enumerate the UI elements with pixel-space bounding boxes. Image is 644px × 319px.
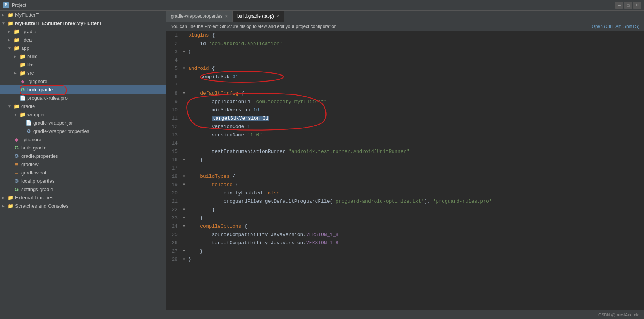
code-content-13[interactable]: versionName "1.0" (187, 131, 644, 139)
sidebar-item-build-gradle[interactable]: Gbuild.gradle (0, 85, 166, 94)
code-content-19[interactable]: release { (187, 181, 644, 189)
fold-icon-3[interactable]: ▼ (181, 48, 187, 56)
sidebar-item-libs[interactable]: 📁libs (0, 60, 166, 69)
fold-icon-19[interactable]: ▼ (181, 181, 187, 189)
code-content-11[interactable]: targetSdkVersion 31 (187, 114, 644, 123)
sidebar-item-idea[interactable]: 📁.idea (0, 35, 166, 44)
code-content-23[interactable]: } (187, 214, 644, 222)
code-content-16[interactable]: } (187, 156, 644, 164)
code-content-26[interactable]: targetCompatibility JavaVersion.VERSION_… (187, 239, 644, 247)
arrow-icon-gradle-hidden[interactable] (8, 29, 13, 34)
arrow-icon-app[interactable] (8, 46, 13, 50)
code-content-15[interactable]: testInstrumentationRunner "androidx.test… (187, 148, 644, 156)
tab-close-gradle-wrapper-tab[interactable]: × (225, 13, 228, 19)
sidebar-item-wrapper[interactable]: 📁wrapper (0, 110, 166, 119)
open-project-structure-link[interactable]: Open (Ctrl+Alt+Shift+S) (592, 24, 639, 29)
arrow-icon-external-libs[interactable] (2, 196, 7, 200)
fold-icon-18[interactable]: ▼ (181, 173, 187, 181)
code-content-2[interactable]: id 'com.android.application' (187, 40, 644, 48)
arrow-icon-src[interactable] (14, 71, 19, 75)
code-content-4[interactable] (187, 56, 644, 65)
sidebar-item-gradle-dir[interactable]: 📁gradle (0, 102, 166, 110)
sidebar-item-gradle-hidden[interactable]: 📁.gradle (0, 27, 166, 35)
code-content-14[interactable] (187, 139, 644, 148)
code-segment (188, 182, 212, 188)
arrow-icon-myfluttert-root[interactable] (2, 13, 7, 17)
fold-button-23[interactable]: ▼ (183, 216, 185, 220)
code-content-20[interactable]: minifyEnabled false (187, 189, 644, 197)
line-number-24: 24 (166, 222, 181, 231)
sidebar-item-gradle-wrapper-props[interactable]: ⚙gradle-wrapper.properties (0, 127, 166, 135)
sidebar-item-myfluttert-root[interactable]: 📁MyFlutterT (0, 11, 166, 19)
fold-button-8[interactable]: ▼ (183, 91, 185, 96)
sidebar-item-gradlew-bat[interactable]: ≡gradlew.bat (0, 168, 166, 177)
sidebar-item-gradle-wrapper-jar[interactable]: 📄gradle-wrapper.jar (0, 119, 166, 127)
code-content-12[interactable]: versionCode 1 (187, 123, 644, 131)
code-content-7[interactable] (187, 81, 644, 89)
fold-button-3[interactable]: ▼ (183, 50, 185, 54)
code-content-22[interactable]: } (187, 206, 644, 214)
sidebar-item-app[interactable]: 📁app (0, 44, 166, 52)
minimize-button[interactable]: ─ (615, 2, 623, 9)
arrow-icon-scratches[interactable] (2, 204, 7, 208)
fold-button-28[interactable]: ▼ (183, 257, 185, 262)
code-content-3[interactable]: } (187, 48, 644, 56)
code-content-6[interactable]: compileSdk 31 (187, 73, 644, 81)
sidebar-item-settings-gradle[interactable]: Gsettings.gradle (0, 185, 166, 193)
sidebar-item-local-properties[interactable]: ⚙local.properties (0, 177, 166, 185)
tab-gradle-wrapper-tab[interactable]: gradle-wrapper.properties× (166, 11, 233, 22)
code-content-9[interactable]: applicationId "com.tecocity.myfluttert" (187, 98, 644, 106)
code-line-8: 8▼ defaultConfig { (166, 89, 644, 98)
code-content-8[interactable]: defaultConfig { (187, 89, 644, 98)
code-content-18[interactable]: buildTypes { (187, 173, 644, 181)
sidebar-item-proguard[interactable]: 📄proguard-rules.pro (0, 94, 166, 102)
title-bar-controls[interactable]: ─ □ ✕ (615, 2, 641, 9)
code-content-10[interactable]: minSdkVersion 16 (187, 106, 644, 114)
arrow-icon-myfluttert-main[interactable] (2, 21, 7, 25)
code-content-21[interactable]: proguardFiles getDefaultProguardFile('pr… (187, 197, 644, 206)
sidebar-item-gitignore-app[interactable]: ◆.gitignore (0, 77, 166, 85)
maximize-button[interactable]: □ (624, 2, 632, 9)
fold-icon-28[interactable]: ▼ (181, 256, 187, 264)
file-icon: 📄 (26, 120, 32, 126)
fold-button-19[interactable]: ▼ (183, 183, 185, 187)
code-content-17[interactable] (187, 164, 644, 173)
code-content-5[interactable]: android { (187, 65, 644, 73)
sidebar-item-gradle-properties[interactable]: ⚙gradle.properties (0, 152, 166, 160)
code-content-1[interactable]: plugins { (187, 31, 644, 40)
arrow-icon-idea[interactable] (8, 38, 13, 42)
code-content-25[interactable]: sourceCompatibility JavaVersion.VERSION_… (187, 231, 644, 239)
fold-icon-16[interactable]: ▼ (181, 156, 187, 164)
fold-button-16[interactable]: ▼ (183, 158, 185, 162)
arrow-icon-wrapper[interactable] (14, 112, 19, 117)
code-content-27[interactable]: } (187, 247, 644, 256)
code-content-24[interactable]: compileOptions { (187, 222, 644, 231)
tab-close-build-gradle-tab[interactable]: × (276, 13, 279, 19)
sidebar-item-myfluttert-main[interactable]: 📁MyFlutterT E:\flutterThree\MyFlutterT (0, 19, 166, 27)
fold-icon-5[interactable]: ▼ (181, 65, 187, 73)
code-editor[interactable]: 1plugins {2 id 'com.android.application'… (166, 31, 644, 264)
sidebar-item-build[interactable]: 📁build (0, 52, 166, 60)
tab-build-gradle-tab[interactable]: build.gradle (:app)× (233, 11, 284, 22)
code-content-28[interactable]: } (187, 256, 644, 264)
fold-icon-27[interactable]: ▼ (181, 247, 187, 256)
line-number-1: 1 (166, 31, 181, 40)
fold-button-22[interactable]: ▼ (183, 208, 185, 212)
arrow-icon-build[interactable] (14, 54, 19, 59)
fold-icon-8[interactable]: ▼ (181, 89, 187, 98)
fold-button-5[interactable]: ▼ (183, 66, 185, 71)
sidebar-item-gradlew[interactable]: ≡gradlew (0, 160, 166, 168)
close-button[interactable]: ✕ (633, 2, 641, 9)
fold-icon-23[interactable]: ▼ (181, 214, 187, 222)
arrow-icon-gradle-dir[interactable] (8, 104, 13, 108)
sidebar-item-build-gradle-root[interactable]: Gbuild.gradle (0, 143, 166, 152)
fold-icon-22[interactable]: ▼ (181, 206, 187, 214)
fold-button-18[interactable]: ▼ (183, 174, 185, 179)
sidebar-item-src[interactable]: 📁src (0, 69, 166, 77)
fold-button-27[interactable]: ▼ (183, 249, 185, 253)
sidebar-item-gitignore-root[interactable]: ◆.gitignore (0, 135, 166, 143)
fold-icon-24[interactable]: ▼ (181, 222, 187, 231)
sidebar-item-external-libs[interactable]: 📁External Libraries (0, 193, 166, 202)
sidebar-item-scratches[interactable]: 📁Scratches and Consoles (0, 202, 166, 210)
fold-button-24[interactable]: ▼ (183, 224, 185, 228)
